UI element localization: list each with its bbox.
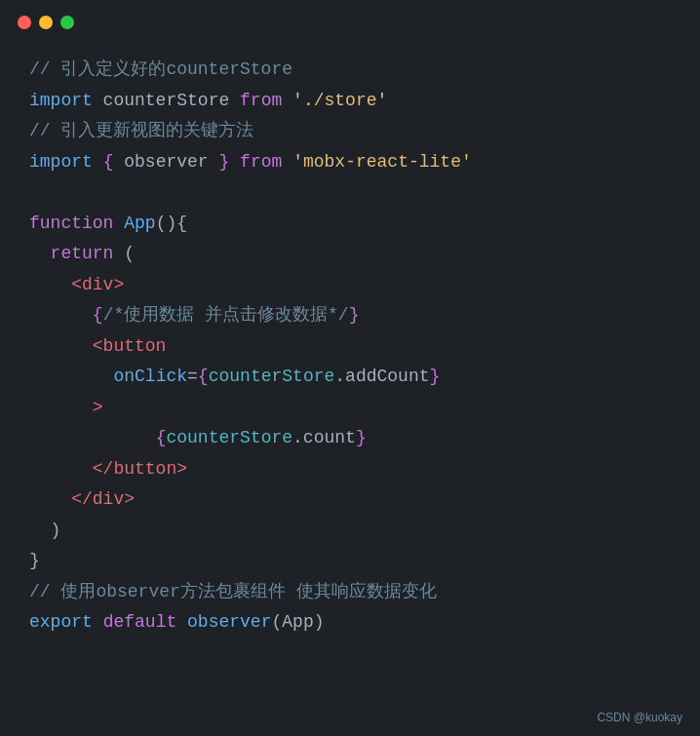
- close-dot[interactable]: [18, 16, 31, 29]
- code-line-fn-decl: function App(){: [29, 209, 671, 240]
- code-line-comment2: // 引入更新视图的关键方法: [29, 116, 671, 147]
- code-line-count: {counterStore.count}: [29, 423, 671, 454]
- code-line-onclick: onClick={counterStore.addCount}: [29, 362, 671, 393]
- code-line-return: return (: [29, 239, 671, 270]
- code-line-comment-inline: {/*使用数据 并点击修改数据*/}: [29, 300, 671, 331]
- code-line-comment3: // 使用observer方法包裹组件 使其响应数据变化: [29, 577, 671, 608]
- window: // 引入定义好的counterStore import counterStor…: [0, 0, 700, 736]
- title-bar: [0, 0, 700, 45]
- minimize-dot[interactable]: [39, 16, 53, 29]
- code-line-button-close: </button>: [29, 454, 671, 485]
- code-line-gt: >: [29, 393, 671, 424]
- code-line-import1: import counterStore from './store': [29, 86, 671, 117]
- code-line-export: export default observer(App): [29, 607, 671, 639]
- code-line-brace-close: }: [29, 546, 671, 577]
- code-line-button-open: <button: [29, 331, 671, 363]
- code-area: // 引入定义好的counterStore import counterStor…: [0, 45, 700, 658]
- footer-text: CSDN @kuokay: [597, 711, 682, 724]
- code-line-import2: import { observer } from 'mobx-react-lit…: [29, 147, 671, 178]
- code-line-div-close: </div>: [29, 484, 671, 516]
- code-line-paren-close: ): [29, 516, 671, 547]
- code-line-comment1: // 引入定义好的counterStore: [29, 55, 671, 86]
- code-line-blank1: [29, 177, 671, 209]
- maximize-dot[interactable]: [60, 16, 74, 29]
- footer-credit: CSDN @kuokay: [597, 711, 682, 724]
- code-line-div-open: <div>: [29, 270, 671, 301]
